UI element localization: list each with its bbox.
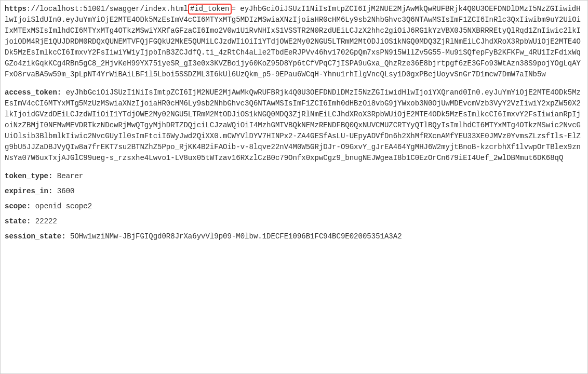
url-fragment-highlight: #id_token <box>188 4 232 15</box>
scope-row: scope: openid scope2 <box>5 201 583 212</box>
access-token-block: access_token: eyJhbGciOiJSUzI1NiIsImtpZC… <box>5 87 583 164</box>
session-state-row: session_state: 5OHw1wziNMw-JBjFGIQgd0R8J… <box>5 231 583 242</box>
access-token-label: access_token: <box>5 88 61 97</box>
scope-label: scope: <box>5 202 31 210</box>
state-value: 22222 <box>35 217 57 225</box>
expires-in-row: expires_in: 3600 <box>5 186 583 197</box>
expires-in-value: 3600 <box>57 187 75 195</box>
token-type-value: Bearer <box>57 172 83 180</box>
state-label: state: <box>5 217 31 225</box>
url-scheme: https <box>5 5 26 13</box>
url-trailing: = <box>232 5 236 13</box>
id-token-value: eyJhbGciOiJSUzI1NiIsImtpZCI6IjM2NUE2MjAw… <box>5 5 581 78</box>
state-row: state: 22222 <box>5 216 583 227</box>
session-state-label: session_state: <box>5 232 66 241</box>
url-rest: ://localhost:51001/swagger/index.html <box>26 5 188 13</box>
session-state-value: 5OHw1wziNMw-JBjFGIQgd0R8JrXa6yvVl9p09-M0… <box>70 232 402 241</box>
url-and-id-token-block: https://localhost:51001/swagger/index.ht… <box>5 4 583 80</box>
scope-value: openid scope2 <box>35 202 92 210</box>
expires-in-label: expires_in: <box>5 187 52 195</box>
token-type-row: token_type: Bearer <box>5 171 583 182</box>
token-type-label: token_type: <box>5 172 52 180</box>
access-token-value: eyJhbGciOiJSUzI1NiIsImtpZCI6IjM2NUE2MjAw… <box>5 88 581 162</box>
response-container: https://localhost:51001/swagger/index.ht… <box>0 0 588 374</box>
